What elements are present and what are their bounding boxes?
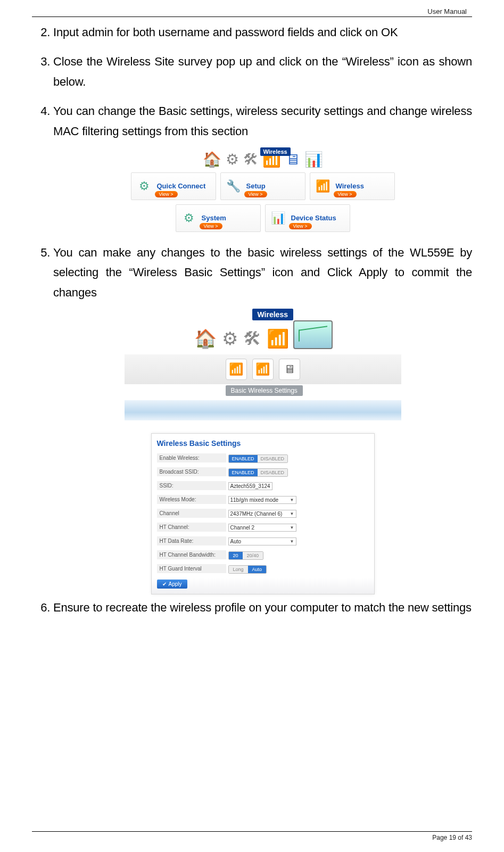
gear-icon: ⚙ (226, 151, 239, 168)
figure-subnav: 🏠 ⚙ 🛠 📶 Wireless 📶 📶 🖥 Basic Wireless Se… (125, 312, 401, 420)
step-3: Close the Wireless Site survey pop up an… (53, 52, 472, 92)
gloss-band (125, 400, 401, 420)
wireless-tooltip: Wireless (260, 147, 291, 156)
field-label: Wireless Mode: (157, 495, 226, 504)
mac-filter-icon[interactable]: 🖥 (279, 359, 300, 380)
view-button[interactable]: View > (289, 223, 312, 229)
card-wireless[interactable]: 📶 Wireless View > (310, 172, 395, 200)
ht-guard-interval-segment[interactable]: Long Auto (228, 565, 267, 574)
field-label: SSID: (157, 481, 226, 490)
row-enable-wireless: Enable Wireless: ENABLED DISABLED (157, 452, 369, 464)
enable-wireless-toggle[interactable]: ENABLED DISABLED (228, 454, 288, 463)
field-label: HT Channel Bandwidth: (157, 550, 226, 559)
card-label: Device Status (291, 214, 336, 222)
wireless-mode-select[interactable]: 11b/g/n mixed mode (228, 496, 296, 504)
channel-select[interactable]: 2437MHz (Channel 6) (228, 510, 296, 518)
figure-basic-settings-form: Wireless Basic Settings Enable Wireless:… (151, 433, 375, 594)
wireless-tooltip: Wireless (252, 309, 293, 320)
card-label: System (202, 214, 226, 222)
row-ht-guard-interval: HT Guard Interval Long Auto (157, 563, 369, 574)
step-5: You can make any changes to the basic wi… (53, 243, 472, 302)
header-rule (32, 16, 472, 17)
page-footer: Page 19 of 43 (32, 831, 472, 841)
row-wireless-mode: Wireless Mode: 11b/g/n mixed mode (157, 493, 369, 505)
card-label: Quick Connect (157, 182, 206, 190)
tools-icon: 🛠 (243, 328, 261, 349)
figure-dashboard: 🏠 ⚙ 🛠 📶 🖥 📊 Wireless ⚙ Quick Connect Vie… (125, 151, 401, 232)
row-channel: Channel 2437MHz (Channel 6) (157, 507, 369, 519)
field-label: Channel (157, 509, 226, 518)
row-ht-channel: HT Channel: Channel 2 (157, 521, 369, 533)
field-label: Broadcast SSID: (157, 467, 226, 476)
row-ht-data-rate: HT Data Rate: Auto (157, 535, 369, 547)
ht-bandwidth-segment[interactable]: 20 20/40 (228, 551, 264, 560)
card-label: Setup (246, 182, 266, 190)
view-button[interactable]: View > (200, 223, 222, 229)
gear-icon: ⚙ (222, 328, 238, 349)
wrench-icon: 🔧 (224, 177, 243, 196)
basic-settings-icon[interactable]: 📶 (226, 359, 247, 380)
ssid-input[interactable]: Aztech559_3124 (228, 482, 272, 490)
home-icon: 🏠 (203, 151, 221, 168)
card-label: Wireless (336, 182, 364, 190)
chart-icon: 📊 (269, 209, 288, 228)
monitor-icon (293, 320, 333, 349)
card-quick-connect[interactable]: ⚙ Quick Connect View > (131, 172, 216, 200)
gear-small-icon: ⚙ (135, 177, 154, 196)
home-icon: 🏠 (194, 328, 217, 349)
subnav-bar: 📶 📶 🖥 Basic Wireless Settings (125, 354, 401, 384)
cog-icon: ⚙ (179, 209, 199, 228)
step-2: Input admin for both username and passwo… (53, 22, 472, 42)
field-label: Enable Wireless: (157, 453, 226, 462)
field-label: HT Guard Interval (157, 564, 226, 573)
view-button[interactable]: View > (244, 191, 267, 197)
view-button[interactable]: View > (155, 191, 178, 197)
wifi-icon: 📶 (267, 328, 289, 349)
row-broadcast-ssid: Broadcast SSID: ENABLED DISABLED (157, 466, 369, 477)
check-icon: ✔ (162, 581, 167, 587)
row-ssid: SSID: Aztech559_3124 (157, 479, 369, 491)
tools-icon: 🛠 (243, 151, 258, 168)
step-list: Input admin for both username and passwo… (32, 22, 472, 618)
broadcast-ssid-toggle[interactable]: ENABLED DISABLED (228, 468, 288, 477)
card-device-status[interactable]: 📊 Device Status View > (265, 204, 350, 232)
security-settings-icon[interactable]: 📶 (252, 359, 274, 380)
apply-button[interactable]: ✔ Apply (157, 580, 187, 589)
ht-data-rate-select[interactable]: Auto (228, 537, 296, 545)
basic-wireless-settings-tooltip: Basic Wireless Settings (226, 385, 303, 396)
bars-icon: 📊 (304, 151, 323, 168)
panel-title: Wireless Basic Settings (157, 439, 369, 448)
card-setup[interactable]: 🔧 Setup View > (220, 172, 305, 200)
step-4: You can change the Basic settings, wirel… (53, 101, 472, 141)
page-number: Page 19 of 43 (432, 834, 472, 841)
field-label: HT Channel: (157, 523, 226, 532)
view-button[interactable]: View > (334, 191, 357, 197)
field-label: HT Data Rate: (157, 536, 226, 545)
row-ht-bandwidth: HT Channel Bandwidth: 20 20/40 (157, 549, 369, 560)
header-label: User Manual (32, 0, 472, 15)
wifi-small-icon: 📶 (313, 177, 333, 196)
step-6: Ensure to recreate the wireless profile … (53, 598, 472, 617)
card-system[interactable]: ⚙ System View > (176, 204, 261, 232)
ht-channel-select[interactable]: Channel 2 (228, 524, 296, 532)
